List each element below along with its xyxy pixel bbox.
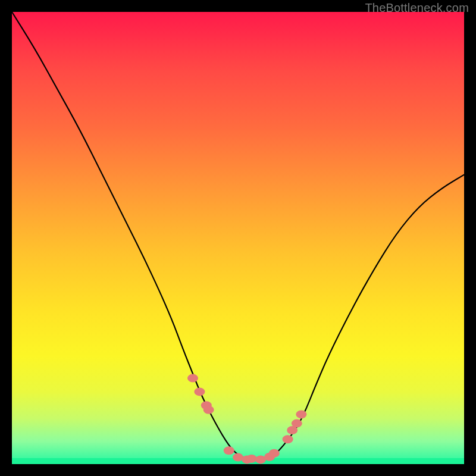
- chart-plot-area: [12, 12, 464, 464]
- chart-marker: [203, 406, 214, 414]
- chart-marker: [246, 455, 257, 463]
- chart-marker: [194, 387, 205, 396]
- chart-markers-group: [187, 374, 306, 464]
- chart-marker: [224, 446, 234, 455]
- watermark-text: TheBottleneck.com: [365, 1, 469, 15]
- chart-marker: [233, 453, 243, 462]
- chart-marker: [269, 449, 280, 458]
- chart-marker: [187, 374, 198, 383]
- chart-frame: TheBottleneck.com: [0, 0, 476, 476]
- chart-marker: [292, 419, 302, 428]
- chart-svg: [12, 12, 464, 464]
- chart-marker: [283, 435, 293, 443]
- chart-marker: [296, 410, 306, 418]
- bottleneck-curve: [12, 12, 464, 459]
